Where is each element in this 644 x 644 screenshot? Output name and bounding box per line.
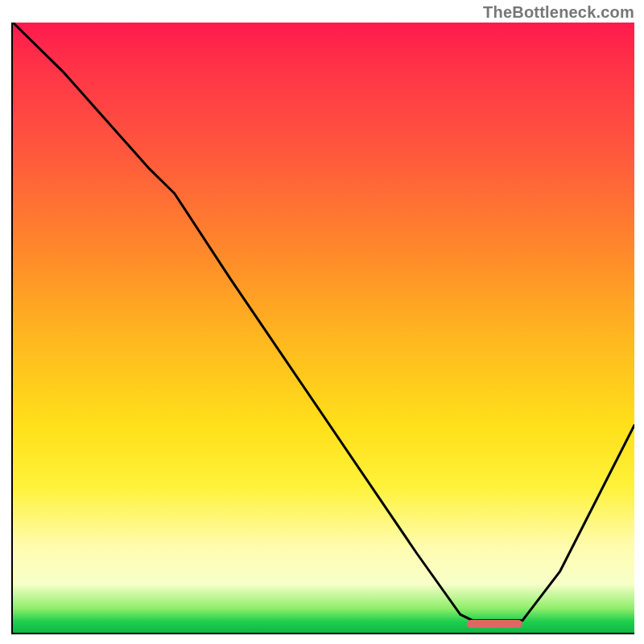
bottleneck-chart: TheBottleneck.com (0, 0, 644, 644)
optimal-range-marker (467, 620, 522, 628)
watermark-text: TheBottleneck.com (483, 3, 634, 22)
curve-layer (13, 23, 634, 633)
plot-area (11, 23, 634, 634)
bottleneck-curve-path (13, 23, 634, 621)
